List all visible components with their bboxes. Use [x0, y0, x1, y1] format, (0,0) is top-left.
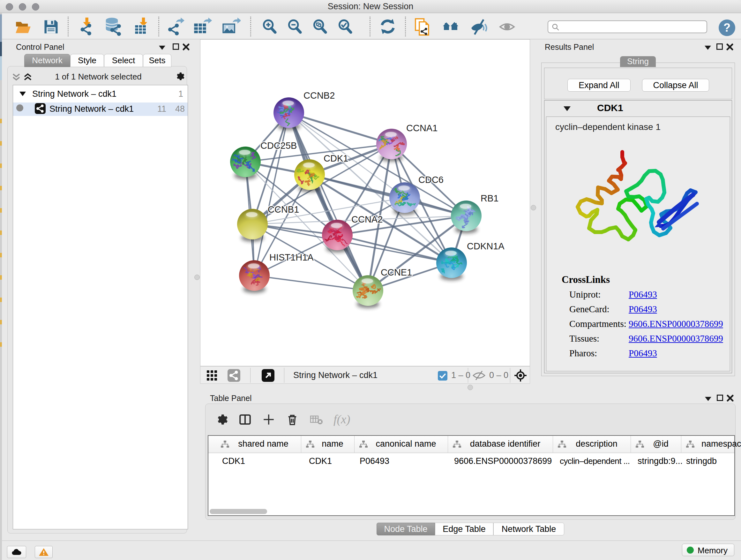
svg-text:CCNA2: CCNA2 [351, 214, 383, 225]
svg-text:CCNB1: CCNB1 [268, 204, 299, 214]
svg-text:CCNB2: CCNB2 [304, 90, 335, 101]
svg-text:RB1: RB1 [481, 193, 498, 203]
svg-text:CDKN1A: CDKN1A [467, 241, 504, 251]
svg-text:CCNE1: CCNE1 [381, 267, 412, 277]
svg-text:HIST1H1A: HIST1H1A [269, 252, 314, 262]
svg-text:CDK1: CDK1 [324, 153, 348, 164]
svg-text:CCNA1: CCNA1 [406, 123, 437, 133]
svg-text:CDC25B: CDC25B [260, 140, 297, 151]
svg-text:CDC6: CDC6 [418, 175, 444, 185]
